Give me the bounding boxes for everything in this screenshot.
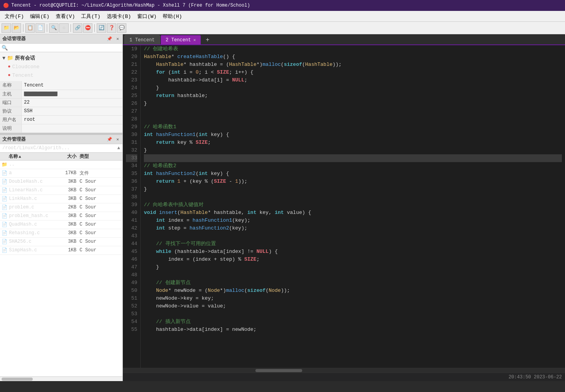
line-number: 48 [126,271,137,279]
file-row[interactable]: 📄 problem.c 2KB C Sour [0,203,122,212]
file-row[interactable]: 📄 LinkHash.c 3KB C Sour [0,195,122,203]
file-name-text: DoubleHash.c [9,179,43,184]
tree-expand-arrow: ▼ [2,55,5,61]
toolbar-refresh[interactable]: 🔄 [97,23,106,33]
menu-tools[interactable]: 工具(T) [78,12,103,21]
code-content: // 创建哈希表HashTable* createHashTable() { H… [141,45,565,368]
session-info-val-name: Tencent [21,81,122,90]
line-number: 51 [126,295,137,302]
file-name-cell: 📄 problem_hash.c [0,213,57,219]
code-line: // 插入新节点 [144,318,562,326]
code-line [144,271,562,279]
file-col-name-header: 名称▲ [0,153,57,160]
code-line: } [144,100,562,108]
line-number: 35 [126,170,137,178]
toolbar-find[interactable]: 🔍 [49,23,58,33]
toolbar: 📁 📂 📋 📄 🔍 ⚙ 🔗 ⛔ 🔄 ❓ 💬 [0,22,565,34]
scrollbar-thumb[interactable] [255,369,302,372]
file-icon: 📄 [2,230,7,236]
session-search-bar: 🔍 [0,44,122,52]
code-line [144,310,562,318]
code-line: HashTable* hashtable = (HashTable*)mallo… [144,61,562,69]
file-row[interactable]: 📄 Rehashing.c 3KB C Sour [0,229,122,238]
file-name-text: SimpHash.c [9,247,37,253]
line-number: 33 [126,154,137,162]
file-name-cell: 📄 SHA256.c [0,239,57,245]
tree-root-all-sessions[interactable]: ▼ 📁 所有会话 [0,54,122,62]
sort-arrow: ▲ [19,155,21,159]
file-name-cell: 📄 QuadHash.c [0,222,57,228]
toolbar-settings[interactable]: ⚙ [59,23,69,33]
menu-view[interactable]: 查看(V) [53,12,78,21]
file-row[interactable]: 📄 problem_hash.c 3KB C Sour [0,212,122,221]
session-info-row-name: 名称 Tencent [0,81,122,90]
file-row[interactable]: 📄 SHA256.c 3KB C Sour [0,238,122,246]
file-row[interactable]: 📄 a 17KB 文件 [0,169,122,178]
line-numbers: 1920212223242526272829303132333435363738… [123,45,141,368]
menu-window[interactable]: 窗口(W) [134,12,159,21]
scrollbar-thumb-h[interactable] [2,378,33,381]
line-number: 46 [126,256,137,263]
line-number: 36 [126,178,137,185]
tab-2-tencent[interactable]: 2 Tencent ✕ [161,35,201,44]
session-info-row-desc: 说明 [0,124,122,132]
toolbar-paste[interactable]: 📄 [35,23,45,33]
menu-tabs[interactable]: 选项卡(B) [104,12,134,21]
tab-2-close-icon[interactable]: ✕ [193,37,196,42]
session-info-row-user: 用户名 root [0,115,122,124]
tree-item-tencent[interactable]: ● Tencent [0,71,122,79]
code-line: int hashFunction2(int key) { [144,170,562,178]
file-icon: 📄 [2,222,7,228]
session-search-input[interactable] [9,45,121,51]
file-size-cell: 3KB [57,239,78,244]
horizontal-scrollbar[interactable] [123,368,565,373]
line-number: 29 [126,123,137,131]
code-area[interactable]: 1920212223242526272829303132333435363738… [123,45,565,368]
toolbar-chat[interactable]: 💬 [117,23,126,33]
file-type-cell: C Sour [78,179,122,184]
file-row[interactable]: 📁 .. [0,161,122,169]
code-line: return hashtable; [144,92,562,100]
file-manager-icons: 📌 ✕ [106,136,120,142]
file-row[interactable]: 📄 SimpHash.c 1KB C Sour [0,246,122,255]
toolbar-disconnect[interactable]: ⛔ [83,23,92,33]
session-close-icon[interactable]: ✕ [115,36,120,42]
file-list-header: 名称▲ 大小 类型 [0,153,122,161]
code-line: int hashFunction1(int key) { [144,131,562,139]
tab-1-label: 1 Tencent [129,37,155,43]
file-name-text: a [9,170,12,176]
file-manager-close-icon[interactable]: ✕ [115,136,120,142]
line-number: 22 [126,69,137,76]
file-row[interactable]: 📄 QuadHash.c 3KB C Sour [0,221,122,229]
toolbar-new[interactable]: 📁 [2,23,11,33]
tab-1-tencent[interactable]: 1 Tencent [124,35,160,44]
toolbar-connect[interactable]: 🔗 [73,23,82,33]
file-col-type-header: 类型 [78,153,122,160]
file-row[interactable]: 📄 LinearHash.c 3KB C Sour [0,186,122,195]
file-type-cell: 文件 [78,170,122,177]
tree-child-label-tencent: Tencent [12,72,34,78]
line-number: 45 [126,248,137,256]
session-info-val-port: 22 [21,98,122,107]
server-icon-tencent: ● [8,72,11,78]
file-manager-pin-icon[interactable]: 📌 [106,136,113,142]
toolbar-open[interactable]: 📂 [12,23,21,33]
tab-add-button[interactable]: + [203,36,212,44]
menu-help[interactable]: 帮助(H) [159,12,185,21]
line-number: 49 [126,279,137,287]
menu-edit[interactable]: 编辑(E) [27,12,52,21]
menu-file[interactable]: 文件(F) [2,12,27,21]
line-number: 44 [126,240,137,248]
toolbar-help[interactable]: ❓ [107,23,116,33]
server-icon-cloudcone: ● [8,64,11,69]
code-line: return 1 + (key % (SIZE - 1)); [144,178,562,185]
main-layout: 会话管理器 📌 ✕ 🔍 ▼ 📁 所有会话 ● Cloudcone [0,34,565,381]
file-icon: 📄 [2,239,7,245]
tree-item-cloudcone[interactable]: ● Cloudcone [0,62,122,71]
file-name-cell: 📄 SimpHash.c [0,247,57,253]
file-row[interactable]: 📄 DoubleHash.c 3KB C Sour [0,178,122,186]
session-pin-icon[interactable]: 📌 [106,36,113,42]
file-scrollbar-horizontal[interactable] [0,376,122,381]
toolbar-copy[interactable]: 📋 [25,23,35,33]
file-name-cell: 📄 DoubleHash.c [0,179,57,185]
